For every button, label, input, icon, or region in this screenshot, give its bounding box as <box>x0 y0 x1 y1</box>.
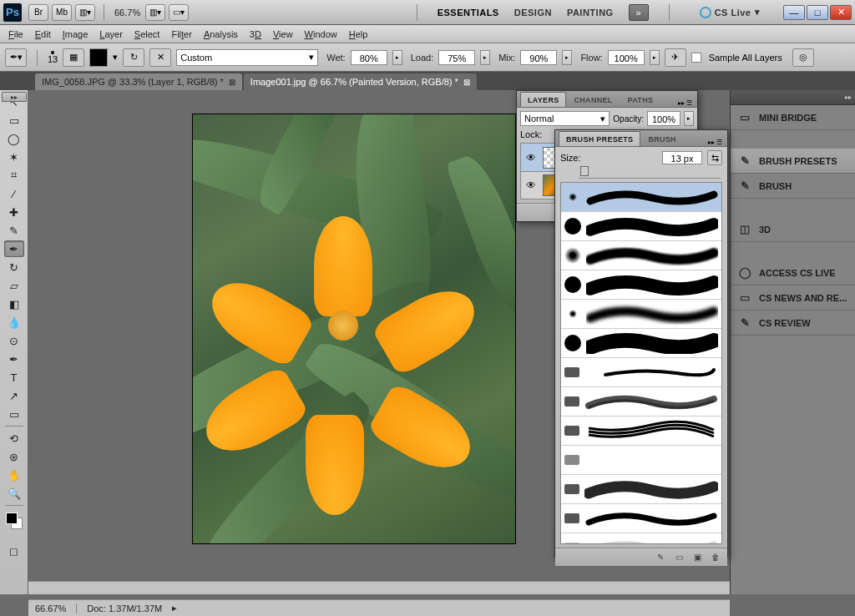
bridge-button[interactable]: Br <box>28 4 48 21</box>
history-brush-tool[interactable]: ↻ <box>4 259 24 275</box>
visibility-icon[interactable]: 👁 <box>524 179 538 192</box>
load-stepper[interactable]: ▸ <box>480 50 490 65</box>
menu-view[interactable]: View <box>273 29 293 39</box>
healing-tool[interactable]: ✚ <box>4 204 24 220</box>
preset-save-icon[interactable]: ▭ <box>672 552 686 563</box>
view-extras-button[interactable]: ▥▾ <box>75 4 95 21</box>
blur-tool[interactable]: 💧 <box>4 314 24 331</box>
brush-preset-item[interactable] <box>561 475 721 504</box>
load-brush-button[interactable]: ↻ <box>123 48 144 67</box>
menu-select[interactable]: Select <box>134 29 160 39</box>
eraser-tool[interactable]: ▱ <box>4 277 24 294</box>
window-close[interactable]: ✕ <box>830 5 852 20</box>
clean-brush-button[interactable]: ✕ <box>149 48 171 67</box>
panel-brush-presets[interactable]: ✎BRUSH PRESETS <box>731 149 855 174</box>
brush-preset-item[interactable] <box>561 533 721 544</box>
horizontal-scrollbar[interactable] <box>28 581 730 594</box>
arrange-button[interactable]: ▥▾ <box>145 4 165 21</box>
workspace-painting[interactable]: PAINTING <box>567 8 614 18</box>
3d-camera-tool[interactable]: ⊛ <box>4 448 24 465</box>
brush-preset-item[interactable] <box>561 270 721 300</box>
color-swatches[interactable] <box>6 512 23 529</box>
wet-input[interactable]: 80% <box>351 50 387 65</box>
mix-input[interactable]: 90% <box>520 50 557 65</box>
dock-collapse-button[interactable]: ▸▸ <box>731 90 855 105</box>
brush-preset-list[interactable] <box>560 182 722 544</box>
hand-tool[interactable]: ✋ <box>4 467 24 483</box>
menu-window[interactable]: Window <box>305 29 337 39</box>
mix-stepper[interactable]: ▸ <box>562 50 572 65</box>
delete-preset-icon[interactable]: 🗑 <box>709 552 722 563</box>
blend-mode-dropdown[interactable]: Normal▾ <box>520 111 610 126</box>
menu-filter[interactable]: Filter <box>171 29 191 39</box>
tab-brush-presets[interactable]: BRUSH PRESETS <box>559 131 640 146</box>
quick-mask-toggle[interactable]: ◻ <box>4 543 24 559</box>
eyedropper-tool[interactable]: ⁄ <box>4 185 24 202</box>
brush-panel-toggle[interactable]: ▦ <box>63 48 84 67</box>
document-canvas[interactable] <box>192 114 516 544</box>
panel-menu-icon[interactable]: ▸▸ ☰ <box>678 99 697 107</box>
workspace-design[interactable]: DESIGN <box>514 8 552 18</box>
window-minimize[interactable]: — <box>783 5 805 20</box>
new-preset-icon[interactable]: ▣ <box>691 552 704 563</box>
panel-cs-news[interactable]: ▭CS NEWS AND RE... <box>731 285 855 311</box>
load-input[interactable]: 75% <box>438 50 475 65</box>
tablet-pressure-toggle[interactable]: ◎ <box>792 48 814 67</box>
document-tab[interactable]: Image001.jpg @ 66.7% (Painted Version, R… <box>244 73 477 90</box>
document-tab[interactable]: IMG_0058.JPG @ 33.3% (Layer 1, RGB/8) * … <box>35 73 242 90</box>
brush-preset-item[interactable] <box>561 300 721 329</box>
quick-select-tool[interactable]: ✶ <box>4 149 24 165</box>
cs-live-menu[interactable]: CS Live ▾ <box>700 7 760 18</box>
app-icon[interactable]: Ps <box>3 3 22 22</box>
pen-tool[interactable]: ✒ <box>4 351 24 367</box>
preset-dropdown[interactable]: Custom▾ <box>176 49 318 66</box>
brush-tool[interactable]: ✎ <box>4 222 24 239</box>
panel-cs-review[interactable]: ✎CS REVIEW <box>731 311 855 336</box>
3d-rotate-tool[interactable]: ⟲ <box>4 430 24 447</box>
zoom-tool[interactable]: 🔍 <box>4 485 24 502</box>
opacity-input[interactable]: 100% <box>647 111 680 126</box>
preset-view-icon[interactable]: ✎ <box>654 552 667 563</box>
workspace-more-button[interactable]: » <box>629 4 649 21</box>
tab-brush[interactable]: BRUSH <box>640 131 684 146</box>
tool-preset-picker[interactable]: ✒▾ <box>5 48 27 67</box>
brush-size-input[interactable]: 13 px <box>662 151 702 164</box>
gradient-tool[interactable]: ◧ <box>4 295 24 312</box>
brush-preset-item[interactable] <box>561 183 721 212</box>
airbrush-toggle[interactable]: ✈ <box>665 48 686 67</box>
panel-access-cs-live[interactable]: ◯ACCESS CS LIVE <box>731 260 855 285</box>
panel-minibridge[interactable]: ▭MINI BRIDGE <box>731 105 855 130</box>
tab-paths[interactable]: PATHS <box>620 92 661 107</box>
brush-toggle-icon[interactable]: ⇆ <box>707 150 722 165</box>
tab-channels[interactable]: CHANNEL <box>566 92 620 107</box>
flow-stepper[interactable]: ▸ <box>650 50 660 65</box>
crop-tool[interactable]: ⌗ <box>4 167 24 184</box>
path-select-tool[interactable]: ↗ <box>4 387 24 404</box>
brush-preset-item[interactable] <box>561 329 721 358</box>
brush-preset-item[interactable] <box>561 212 721 241</box>
tab-close-icon[interactable]: ⊠ <box>463 78 470 87</box>
menu-3d[interactable]: 3D <box>250 29 261 39</box>
screen-mode-button[interactable]: ▭▾ <box>169 4 189 21</box>
brush-preset-item[interactable] <box>561 387 721 417</box>
workspace-essentials[interactable]: ESSENTIALS <box>438 8 499 18</box>
menu-file[interactable]: File <box>8 29 23 39</box>
current-color[interactable] <box>89 48 108 67</box>
wet-stepper[interactable]: ▸ <box>392 50 402 65</box>
type-tool[interactable]: T <box>4 369 24 386</box>
menu-edit[interactable]: Edit <box>35 29 51 39</box>
brush-preset-item[interactable] <box>561 358 721 387</box>
minibridge-button[interactable]: Mb <box>52 4 72 21</box>
status-menu-icon[interactable]: ▸ <box>172 603 177 613</box>
window-maximize[interactable]: □ <box>807 5 828 20</box>
mixer-brush-tool[interactable]: ✒ <box>4 240 24 257</box>
brush-preset-item[interactable] <box>561 241 721 270</box>
tab-layers[interactable]: LAYERS <box>520 92 566 107</box>
status-doc-size[interactable]: Doc: 1.37M/1.37M <box>87 603 162 613</box>
status-zoom[interactable]: 66.67% <box>35 603 66 613</box>
zoom-display[interactable]: 66.7% <box>114 8 140 18</box>
brush-preset-item[interactable] <box>561 446 721 475</box>
tab-close-icon[interactable]: ⊠ <box>229 78 235 87</box>
visibility-icon[interactable]: 👁 <box>524 151 538 164</box>
shape-tool[interactable]: ▭ <box>4 406 24 422</box>
